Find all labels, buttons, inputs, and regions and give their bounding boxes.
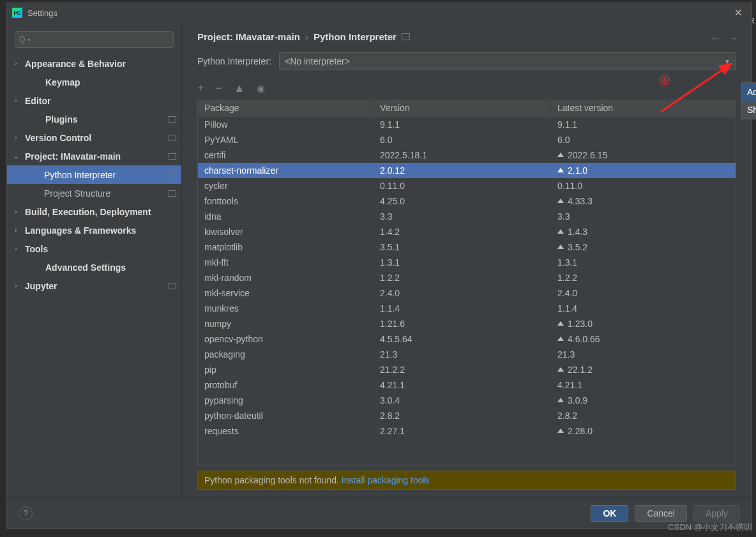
apply-button[interactable]: Apply (693, 505, 740, 522)
cell-version: 9.1.1 (374, 118, 551, 131)
tree-item[interactable]: Keymap (7, 73, 181, 91)
table-row[interactable]: matplotlib3.5.13.5.2 (198, 239, 736, 255)
cell-package: mkl-fft (198, 256, 374, 269)
cell-version: 3.3 (374, 210, 551, 223)
table-row[interactable]: Pillow9.1.19.1.1 (198, 117, 736, 132)
cell-version: 4.25.0 (374, 195, 551, 208)
add-interpreter-menuitem[interactable]: Add... (742, 83, 756, 101)
cell-package: opencv-python (198, 333, 374, 345)
table-row[interactable]: mkl-fft1.3.11.3.1 (198, 255, 736, 270)
table-row[interactable]: mkl-random1.2.21.2.2 (198, 270, 736, 285)
project-level-icon (169, 153, 176, 160)
tree-item[interactable]: ›Editor (7, 91, 181, 110)
table-row[interactable]: pyparsing3.0.43.0.9 (198, 393, 736, 408)
close-icon[interactable]: ✕ (730, 7, 746, 19)
tree-item[interactable]: Python Interpreter (7, 165, 181, 184)
expand-icon: › (12, 134, 20, 141)
cell-version: 2022.5.18.1 (374, 149, 551, 162)
table-row[interactable]: cycler0.11.00.11.0 (198, 178, 736, 193)
upgrade-available-icon (557, 245, 564, 249)
tree-item[interactable]: ›Tools (7, 239, 181, 258)
cell-version: 6.0 (374, 133, 551, 146)
table-row[interactable]: charset-normalizer2.0.122.1.0 (198, 163, 736, 178)
cell-latest: 1.2.2 (551, 271, 736, 284)
install-packaging-tools-link[interactable]: Install packaging tools (342, 475, 430, 485)
tree-item-label: Project: IMavatar-main (25, 151, 121, 162)
tree-item[interactable]: ›Jupyter (7, 276, 181, 295)
table-row[interactable]: certifi2022.5.18.12022.6.15 (198, 147, 736, 163)
tree-item[interactable]: ›Languages & Frameworks (7, 221, 181, 239)
cell-package: matplotlib (198, 241, 374, 253)
upgrade-package-icon[interactable]: ▲ (234, 82, 245, 94)
cell-package: PyYAML (198, 133, 374, 146)
forward-icon[interactable]: → (729, 33, 739, 44)
cell-latest: 2.28.0 (551, 425, 736, 437)
tree-item-label: Advanced Settings (45, 262, 126, 273)
show-early-release-icon[interactable]: ◉ (257, 84, 265, 93)
search-icon: Q (19, 35, 25, 44)
table-row[interactable]: munkres1.1.41.1.4 (198, 301, 736, 316)
table-row[interactable]: fonttools4.25.04.33.3 (198, 193, 736, 209)
table-row[interactable]: PyYAML6.06.0 (198, 132, 736, 147)
tree-item[interactable]: ›Appearance & Behavior (7, 54, 181, 73)
cell-latest: 2.8.2 (551, 409, 736, 422)
header-version[interactable]: Version (374, 100, 551, 117)
table-row[interactable]: pip21.2.222.1.2 (198, 362, 736, 377)
crumb-project: Project: IMavatar-main (197, 31, 300, 42)
tree-item[interactable]: ›Version Control (7, 128, 181, 147)
window-title: Settings (27, 8, 730, 18)
tree-item[interactable]: ›Build, Execution, Deployment (7, 202, 181, 221)
table-row[interactable]: numpy1.21.61.23.0 (198, 316, 736, 331)
table-row[interactable]: requests2.27.12.28.0 (198, 423, 736, 439)
chevron-down-icon: ▼ (724, 58, 730, 65)
tree-item-label: Version Control (25, 133, 91, 143)
table-row[interactable]: mkl-service2.4.02.4.0 (198, 285, 736, 301)
tree-item-label: Project Structure (44, 188, 110, 199)
banner-text: Python packaging tools not found. (204, 475, 342, 485)
expand-icon: › (12, 60, 20, 67)
app-icon: PC (12, 8, 22, 18)
cell-package: fonttools (198, 195, 374, 208)
cell-latest: 2022.6.15 (551, 149, 736, 162)
cancel-button[interactable]: Cancel (635, 505, 687, 522)
cell-version: 1.21.6 (374, 317, 551, 330)
header-latest[interactable]: Latest version (551, 100, 736, 117)
settings-tree[interactable]: ›Appearance & BehaviorKeymap›EditorPlugi… (7, 54, 181, 497)
cell-latest: 4.33.3 (551, 195, 736, 208)
dialog-footer: ? OK Cancel Apply (7, 497, 752, 528)
show-all-menuitem[interactable]: Show (742, 101, 756, 119)
cell-version: 1.2.2 (374, 271, 551, 284)
header-package[interactable]: Package (198, 100, 374, 117)
table-row[interactable]: opencv-python4.5.5.644.6.0.66 (198, 331, 736, 347)
tree-item[interactable]: Advanced Settings (7, 258, 181, 276)
cell-package: idna (198, 210, 374, 223)
add-package-icon[interactable]: + (197, 82, 204, 94)
table-row[interactable]: protobuf4.21.14.21.1 (198, 377, 736, 393)
remove-package-icon[interactable]: − (216, 82, 223, 94)
expand-icon: › (12, 282, 20, 289)
cell-version: 3.0.4 (374, 394, 551, 407)
interpreter-menu: Add... Show (741, 82, 756, 119)
ok-button[interactable]: OK (591, 505, 628, 522)
tree-item[interactable]: Project Structure (7, 184, 181, 202)
cell-latest: 3.5.2 (551, 241, 736, 253)
table-row[interactable]: idna3.33.3 (198, 209, 736, 224)
table-row[interactable]: kiwisolver1.4.21.4.3 (198, 224, 736, 239)
client-area: Q▾ ›Appearance & BehaviorKeymap›EditorPl… (7, 22, 752, 528)
table-body[interactable]: Pillow9.1.19.1.1PyYAML6.06.0certifi2022.… (198, 117, 736, 465)
tree-item[interactable]: Plugins (7, 110, 181, 128)
cell-package: cycler (198, 179, 374, 192)
table-row[interactable]: python-dateutil2.8.22.8.2 (198, 408, 736, 423)
cell-latest: 1.23.0 (551, 317, 736, 330)
interpreter-select[interactable]: <No interpreter> ▼ (279, 52, 736, 70)
help-icon[interactable]: ? (19, 506, 33, 520)
back-icon[interactable]: ← (711, 33, 721, 44)
table-row[interactable]: packaging21.321.3 (198, 347, 736, 362)
tree-item-label: Plugins (45, 114, 78, 125)
search-input[interactable]: Q▾ (15, 31, 174, 48)
upgrade-available-icon (557, 428, 564, 433)
tree-item[interactable]: ⌄Project: IMavatar-main (7, 147, 181, 165)
expand-icon: › (12, 245, 20, 252)
cell-package: pyparsing (198, 394, 374, 407)
chevron-right-icon: › (305, 31, 308, 42)
